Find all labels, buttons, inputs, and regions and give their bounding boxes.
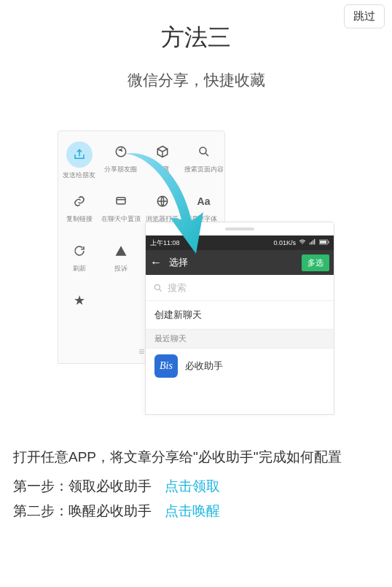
aperture-icon	[111, 141, 131, 162]
chat-row: Bis 必收助手	[146, 349, 334, 384]
step2-label: 第二步：唤醒必收助手	[13, 502, 152, 521]
browser-icon	[152, 191, 173, 211]
status-net: 0.01K/s	[273, 239, 296, 246]
svg-rect-4	[310, 243, 310, 245]
svg-point-0	[116, 147, 126, 157]
multi-select-button: 多选	[302, 254, 329, 271]
grid-label: 收藏	[156, 165, 169, 174]
grid-label: 搜索页面内容	[184, 165, 224, 174]
svg-rect-6	[313, 241, 313, 245]
grid-label: 刷新	[73, 264, 86, 273]
illustration: 发送给朋友 分享朋友圈 收藏 搜索页面内容	[58, 131, 334, 415]
chat-avatar: Bis	[154, 354, 178, 378]
star: ★	[58, 290, 100, 340]
svg-rect-10	[329, 241, 329, 244]
recent-label: 最近聊天	[146, 330, 334, 349]
svg-point-1	[200, 147, 206, 154]
grid-label: 复制链接	[66, 214, 93, 224]
svg-point-11	[154, 284, 160, 289]
grid-label: 在聊天中置顶	[101, 214, 141, 224]
share-icon	[66, 141, 93, 168]
step1-link[interactable]: 点击领取	[165, 477, 220, 496]
back-icon: ←	[150, 256, 162, 269]
link-icon	[69, 191, 90, 211]
font-icon: Aa	[194, 191, 214, 211]
grid-label: 投诉	[114, 264, 128, 273]
signal-icon	[309, 238, 316, 247]
refresh: 刷新	[58, 241, 100, 290]
search-row: 搜索	[146, 275, 334, 301]
svg-rect-9	[320, 241, 326, 244]
search-icon	[194, 141, 214, 162]
chat-name: 必收助手	[185, 359, 223, 373]
svg-rect-2	[117, 198, 125, 204]
wifi-icon	[299, 238, 306, 247]
battery-icon	[319, 239, 329, 246]
steps: 第一步：领取必收助手 点击领取 第二步：唤醒必收助手 点击唤醒	[13, 477, 379, 521]
refresh-icon	[69, 241, 90, 261]
share-moments: 分享朋友圈	[100, 141, 141, 191]
step2-link[interactable]: 点击唤醒	[165, 502, 220, 521]
report-icon	[111, 241, 131, 261]
svg-rect-5	[311, 241, 312, 244]
copy-link: 复制链接	[58, 191, 100, 241]
status-bar: 上午11:08 0.01K/s	[146, 236, 334, 250]
step1-label: 第一步：领取必收助手	[13, 477, 152, 496]
search-page: 搜索页面内容	[183, 141, 224, 191]
status-time: 上午11:08	[150, 238, 180, 248]
grid-label: 发送给朋友	[63, 171, 95, 180]
search-placeholder: 搜索	[168, 281, 187, 295]
create-chat-row: 创建新聊天	[146, 301, 334, 330]
cube-icon	[152, 141, 173, 162]
favorite: 收藏	[141, 141, 183, 191]
instruction-text: 打开任意APP，将文章分享给"必收助手"完成如何配置	[13, 444, 379, 470]
chat-select-screen: 上午11:08 0.01K/s ← 选择 多选 搜索 创建新聊	[145, 222, 334, 415]
nav-bar: ← 选择 多选	[146, 250, 334, 275]
pin-chat: 在聊天中置顶	[100, 191, 141, 241]
report: 投诉	[100, 241, 141, 290]
svg-rect-7	[314, 239, 315, 245]
send-to-friend: 发送给朋友	[58, 141, 100, 191]
skip-button[interactable]: 跳过	[344, 4, 385, 28]
nav-title: 选择	[169, 256, 302, 269]
star-icon: ★	[69, 290, 90, 311]
pin-icon	[111, 191, 131, 211]
search-icon	[153, 283, 163, 293]
page-title: 方法三	[0, 22, 392, 54]
page-subtitle: 微信分享，快捷收藏	[0, 70, 392, 90]
grid-label: 分享朋友圈	[104, 165, 137, 174]
